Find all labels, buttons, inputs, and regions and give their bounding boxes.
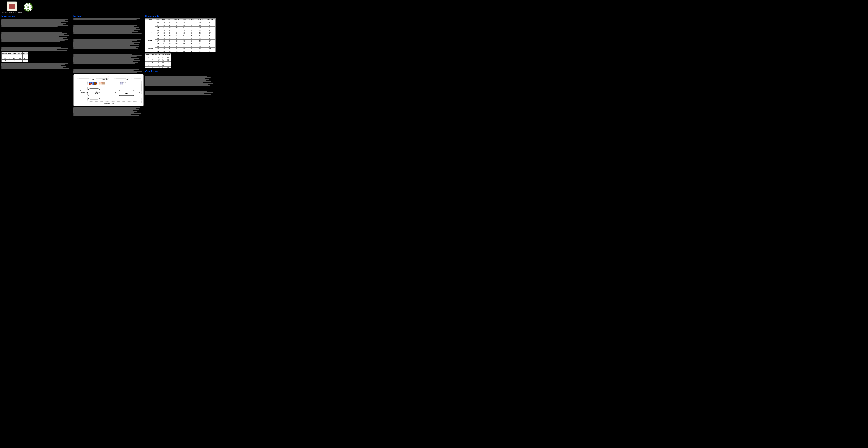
table-row: SGM43.241.129.635.716.113.08.2 [146,48,216,49]
table-row: SGM31.527.723.828.220.818.014.3 [146,23,216,25]
model-label: Visformer-S [146,44,155,52]
backprop-arrow2: ←←←←←←←←←←←← [114,76,126,77]
left-column: Introduction [1,14,72,118]
svg-text:CUHK: CUHK [10,5,13,7]
table-row: ✓✓-66.035.523.7 [146,65,171,66]
experiments-header-cell: Attack [155,19,161,20]
ablation-header-cell: CNNs [161,54,165,55]
svg-rect-34 [102,83,103,84]
table-row: PNA59.356.349.853.033.332.025.5 [146,33,216,35]
svg-text:Transformer Block: Transformer Block [103,103,114,104]
model-label: ViT-B/16 [146,20,155,28]
experiments-header-cell: Inc-v4 [167,19,173,20]
svg-rect-33 [103,82,105,83]
ablation-header-cell: MLP [154,54,158,55]
method-text-block [73,19,144,73]
svg-text:V: V [89,95,90,96]
svg-line-59 [98,92,100,93]
svg-text:×: × [95,82,95,83]
ablation-header-cell: CNNs-adv [165,54,171,55]
svg-text:MLP: MLP [125,92,128,94]
table-row: TGR47.542.337.643.331.530.825.6 [146,27,216,28]
svg-rect-39 [120,82,121,83]
small-table-header: Average [23,52,28,55]
table-row: VMI54.653.248.552.233.032.022.2 [146,46,216,48]
small-table-header: Shallow [17,52,23,55]
transformer-diagram-container: ←←←←←←←←←←←← Back-propagation ←←←←←←←←←←… [73,74,144,106]
svg-text:中大: 中大 [11,7,12,8]
svg-text:QKV: QKV [92,79,95,80]
method-header: Method [73,14,144,17]
svg-text:MLP: MLP [126,79,129,80]
svg-rect-42 [122,83,123,84]
svg-rect-40 [122,82,123,83]
ablation-header-cell: Attention [146,54,151,55]
ablation-header-cell: ViTs [158,54,161,55]
small-table-header: Methods [2,52,8,55]
svg-rect-41 [120,83,121,84]
svg-text:×: × [102,82,103,83]
svg-text:Patches: Patches [81,92,86,93]
backprop-arrow: ←←←←←←←←←←←← [91,76,103,77]
table-row: PNA55.954.646.051.729.326.221.1 [146,49,216,51]
table-row: ✓--67.438.125.4 [146,57,171,58]
svg-text:K: K [89,92,90,94]
svg-rect-21 [94,83,96,85]
experiments-header-cell: IncRes-v2adv [205,19,216,20]
cuhk-name: The Chinese University of Hong Kong [1,11,22,13]
svg-text:MLP Block: MLP Block [125,101,131,103]
svg-rect-22 [96,82,97,83]
table-row: PiT-BMIM36.334.827.429.619.018.314.1 [146,28,216,30]
table-row: PNA42.737.535.339.529.027.322.6 [146,25,216,27]
page-container: CUHK 中大 The Chinese University of Hong K… [0,0,217,119]
table-row: VMI47.345.440.743.435.934.429.7 [146,30,216,31]
experiments-header-cell: Inc-v3ens4 [196,19,205,20]
svg-text:大学: 大学 [27,7,29,8]
svg-text:浙江: 浙江 [27,5,30,7]
model-label: CaiT-S/24 [146,36,155,44]
experiments-header-cell: Model [146,19,155,20]
table-row: VMI43.141.637.942.631.430.625.0 [146,22,216,23]
svg-rect-10 [117,80,138,101]
experiments-header-cell: Res-v2 [181,19,187,20]
table-row: TGR1.75.16.64.4 [2,60,28,62]
svg-text:×: × [96,84,97,85]
svg-text:×: × [89,82,90,83]
table-row: VMI4.019.134.019.1 [2,57,28,59]
method-text-block-2 [73,107,144,117]
table-row: ---56.229.019.5 [146,55,171,57]
table-row: Visformer-SMIM44.542.536.639.624.420.516… [146,44,216,46]
svg-text:Attention Block: Attention Block [97,101,105,103]
table-row: TGR72.169.865.164.843.641.532.8 [146,35,216,36]
experiments-header-cell: IncRes-v2 [173,19,181,20]
table-row: PNA57.251.847.751.638.436.230.1 [146,41,216,43]
main-layout: Introduction [1,14,216,118]
backprop-label: Back-propagation [104,76,113,77]
table-row: TGR60.352.949.353.439.637.031.8 [146,43,216,44]
table-row: -✓-64.133.723.1 [146,58,171,60]
svg-text:×: × [91,84,92,85]
table-row: ✓✓✓73.642.729.3 [146,66,171,68]
table-row: ✓-✓69.339.426.6 [146,63,171,65]
intro-text-block-2 [1,63,72,73]
experiments-header: Experiments [145,14,216,17]
svg-text:×: × [99,82,100,83]
svg-rect-15 [91,82,92,83]
svg-rect-16 [89,83,90,85]
svg-text:Embedded: Embedded [80,90,86,92]
table-row: --✓57.330.019.9 [146,60,171,62]
conclusion-text-block [145,73,216,95]
svg-text:×: × [101,82,101,83]
cuhk-logo: CUHK 中大 [7,1,17,11]
svg-rect-18 [92,82,94,83]
table-row: CaiT-S/24MIM48.442.939.543.830.827.623.3 [146,36,216,38]
small-performance-table: MethodsDeepMiddleShallowAverage MIM7.537… [1,52,28,62]
transformer-svg: QKV Attention MLP [75,77,143,104]
zju-logo: 浙江 大学 [24,3,33,11]
svg-rect-31 [100,83,102,84]
table-row: VMI58.550.948.252.038.136.130.1 [146,38,216,39]
table-row: SGM53.545.940.245.930.828.521.0 [146,39,216,41]
svg-rect-30 [99,83,100,84]
svg-rect-43 [123,82,124,83]
experiments-table: ModelAttackInc-v3Inc-v4IncRes-v2Res-v2In… [145,19,216,52]
